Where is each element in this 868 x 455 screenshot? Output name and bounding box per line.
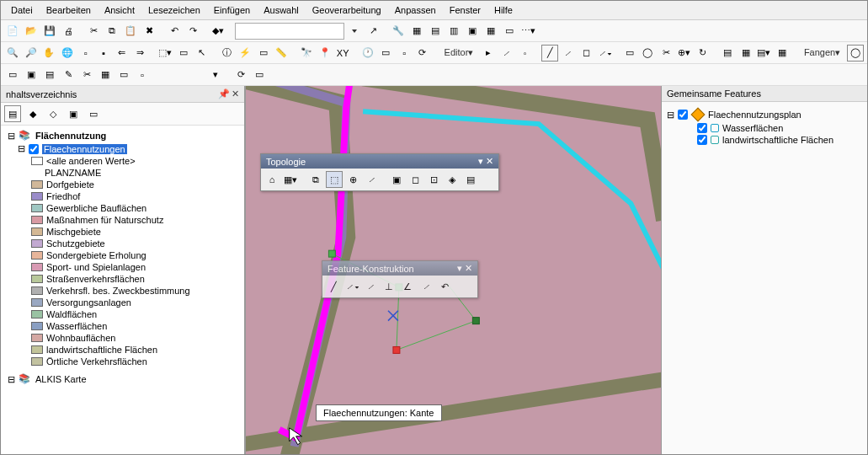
menu-hilfe[interactable]: Hilfe <box>487 3 519 18</box>
symbology-class[interactable]: Friedhof <box>3 190 242 202</box>
pin-icon[interactable]: 📌 <box>218 88 230 99</box>
fc-segment-icon[interactable]: ╱ <box>325 278 342 295</box>
menu-datei[interactable]: Datei <box>4 3 40 18</box>
open-icon[interactable]: 📂 <box>23 23 40 40</box>
menu-ansicht[interactable]: Ansicht <box>98 3 141 18</box>
identify-icon[interactable]: ⓘ <box>218 45 235 62</box>
root-checkbox[interactable] <box>678 110 688 120</box>
select-elements-icon[interactable]: ↖ <box>194 45 210 62</box>
scale-indicator[interactable] <box>159 67 205 83</box>
rect-tool-icon[interactable]: ▭ <box>621 45 638 62</box>
group-alkis[interactable]: ⊟📚ALKIS Karte <box>3 372 242 386</box>
r3-icon-1[interactable]: ▭ <box>4 67 21 83</box>
menu-geoverarbeitung[interactable]: Geoverarbeitung <box>306 3 388 18</box>
fixed-zoom-in-icon[interactable]: ▫ <box>77 45 94 62</box>
menu-lesezeichen[interactable]: Lesezeichen <box>141 3 207 18</box>
modelbuilder-icon[interactable]: ▣ <box>464 23 481 40</box>
symbology-class[interactable]: Maßnahmen für Naturschutz <box>3 214 242 226</box>
r3-icon-7[interactable]: ▭ <box>115 67 132 83</box>
menu-einfuegen[interactable]: Einfügen <box>207 3 257 18</box>
edit-tool-icon[interactable]: ▸ <box>480 45 497 62</box>
list-by-selection-icon[interactable]: ▣ <box>65 105 82 122</box>
r3-icon-9[interactable]: ⟳ <box>232 67 249 83</box>
undo-icon[interactable]: ↶ <box>166 23 183 40</box>
attributes-icon[interactable]: ▤ <box>719 45 736 62</box>
zoom-out-icon[interactable]: 🔎 <box>23 45 40 62</box>
topo-icon-1[interactable]: ⌂ <box>264 171 280 188</box>
arc-segment-icon[interactable]: ⟋ <box>560 45 577 62</box>
item-checkbox[interactable] <box>697 135 707 145</box>
symbology-class[interactable]: Straßenverkehrsflächen <box>3 273 242 285</box>
merge-icon[interactable]: ⊕▾ <box>676 45 693 62</box>
toolbar-options-icon[interactable]: ▾ <box>457 263 462 273</box>
delete-icon[interactable]: ✖ <box>141 23 157 40</box>
symbology-class[interactable]: Waldflächen <box>3 308 242 320</box>
menu-auswahl[interactable]: Auswahl <box>257 3 306 18</box>
list-by-drawing-icon[interactable]: ▤ <box>4 105 21 122</box>
rotate-icon[interactable]: ↻ <box>695 45 711 62</box>
straight-segment-icon[interactable]: ╱ <box>541 45 558 62</box>
redo-icon[interactable]: ↷ <box>184 23 201 40</box>
topology-toolbar[interactable]: Topologie ▾ ✕ ⌂ ▦▾ ⧉ ⬚ ⊕ ⟋ ▣ ◻ ⊡ ◈ ▤ <box>260 153 499 191</box>
close-icon[interactable]: ✕ <box>486 156 493 166</box>
feature-construction-toolbar[interactable]: Feature-Konstruktion ▾ ✕ ╱ ⟋▾ ⟋ ⊥ ∠ ⟋ ↶ <box>322 260 478 298</box>
feature-construction-title-bar[interactable]: Feature-Konstruktion ▾ ✕ <box>322 261 477 276</box>
r3-icon-2[interactable]: ▣ <box>23 67 40 83</box>
more-icon[interactable]: ⋯▾ <box>519 23 536 40</box>
tree-item-wasser[interactable]: Wasserflächen <box>667 122 862 134</box>
tree-root[interactable]: ⊟ Flaechennutzungsplan <box>667 107 862 122</box>
viewer-icon[interactable]: ▫ <box>396 45 413 62</box>
topo-icon-9[interactable]: ◈ <box>444 171 461 188</box>
find-icon[interactable]: 🔭 <box>298 45 315 62</box>
hyperlink-icon[interactable]: ⚡ <box>237 45 253 62</box>
print-icon[interactable]: 🖨 <box>60 23 77 40</box>
all-other-values[interactable]: <alle anderen Werte> <box>3 155 242 167</box>
menu-bearbeiten[interactable]: Bearbeiten <box>40 3 98 18</box>
menu-anpassen[interactable]: Anpassen <box>388 3 443 18</box>
window-icon[interactable]: ▭ <box>378 45 395 62</box>
cut-icon[interactable]: ✂ <box>85 23 102 40</box>
symbology-class[interactable]: landwirtschaftliche Flächen <box>3 344 242 356</box>
map-canvas[interactable]: Topologie ▾ ✕ ⌂ ▦▾ ⧉ ⬚ ⊕ ⟋ ▣ ◻ ⊡ ◈ ▤ <box>245 86 661 455</box>
topo-icon-8[interactable]: ⊡ <box>425 171 442 188</box>
find-route-icon[interactable]: 📍 <box>317 45 333 62</box>
topo-icon-10[interactable]: ▤ <box>462 171 479 188</box>
sketch-props-icon[interactable]: ▦ <box>738 45 754 62</box>
symbology-class[interactable]: Gewerbliche Bauflächen <box>3 202 242 214</box>
r3-icon-6[interactable]: ▦ <box>97 67 114 83</box>
symbology-class[interactable]: Versorgungsanlagen <box>3 297 242 308</box>
clear-selection-icon[interactable]: ▭ <box>175 45 192 62</box>
trace-icon[interactable]: ◻ <box>578 45 595 62</box>
r3-icon-10[interactable]: ▭ <box>251 67 268 83</box>
symbology-class[interactable]: Örtliche Verkehrsflächen <box>3 356 242 367</box>
measure-icon[interactable]: 📏 <box>273 45 290 62</box>
zoom-in-icon[interactable]: 🔍 <box>4 45 21 62</box>
new-icon[interactable]: 📄 <box>4 23 21 40</box>
fc-perp-icon[interactable]: ⊥ <box>381 278 397 295</box>
topo-icon-7[interactable]: ◻ <box>407 171 423 188</box>
fc-undo-icon[interactable]: ↶ <box>436 278 453 295</box>
list-by-visibility-icon[interactable]: ◇ <box>45 105 61 122</box>
template-icon[interactable]: ▦ <box>774 45 791 62</box>
catalog-icon[interactable]: ▦ <box>408 23 425 40</box>
fixed-zoom-out-icon[interactable]: ▪ <box>95 45 112 62</box>
edit-line-icon[interactable]: ⟋ <box>498 45 515 62</box>
menu-fenster[interactable]: Fenster <box>443 3 487 18</box>
fc-trace-icon[interactable]: ⟋ <box>362 278 379 295</box>
symbology-class[interactable]: Schutzgebiete <box>3 238 242 249</box>
topo-icon-6[interactable]: ▣ <box>388 171 405 188</box>
fc-arc-icon[interactable]: ⟋▾ <box>343 278 360 295</box>
toc-tree[interactable]: ⊟📚Flächennutzung ⊟ Flaechennutzungen <al… <box>1 126 244 455</box>
close-icon[interactable]: ✕ <box>465 263 472 273</box>
dropdown-icon[interactable] <box>346 23 363 40</box>
fc-angle-icon[interactable]: ∠ <box>399 278 416 295</box>
topo-icon-4[interactable]: ⊕ <box>344 171 361 188</box>
layer-flaechennutzungen[interactable]: ⊟ Flaechennutzungen <box>3 142 242 155</box>
full-extent-icon[interactable]: 🌐 <box>59 45 76 62</box>
time-slider-icon[interactable]: 🕐 <box>359 45 376 62</box>
split-icon[interactable]: ✂ <box>658 45 674 62</box>
r3-icon-8[interactable]: ▫ <box>134 67 151 83</box>
list-by-source-icon[interactable]: ◆ <box>24 105 41 122</box>
html-popup-icon[interactable]: ▭ <box>255 45 272 62</box>
symbology-class[interactable]: Sport- und Spielanlagen <box>3 261 242 273</box>
